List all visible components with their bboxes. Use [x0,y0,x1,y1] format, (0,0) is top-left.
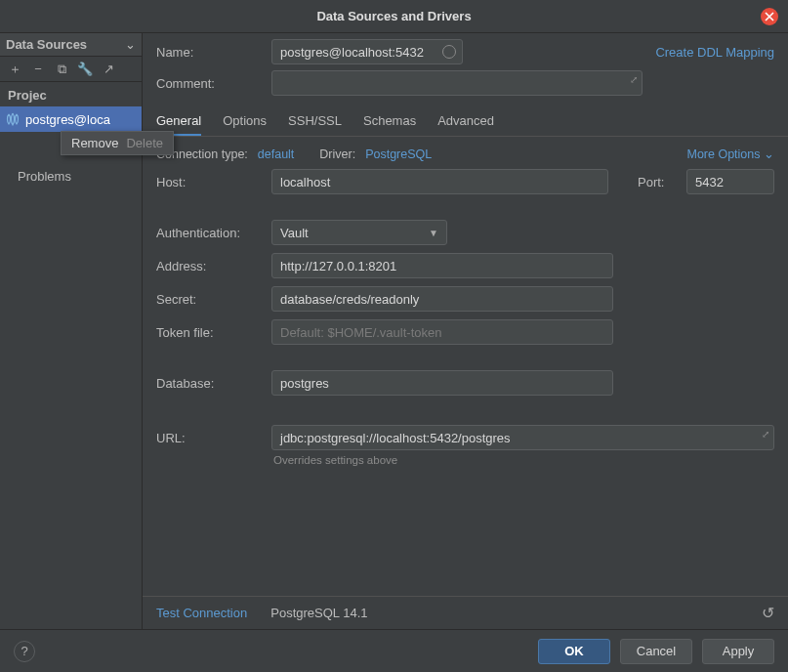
name-row: Name: postgres@localhost:5432 Create DDL… [143,33,788,70]
token-input[interactable]: Default: $HOME/.vault-token [271,319,613,345]
tooltip-shortcut: Delete [126,136,163,150]
more-options-link[interactable]: More Options ⌄ [686,147,774,161]
expand-icon[interactable]: ⤢ [630,74,638,85]
tab-bar: General Options SSH/SSL Schemas Advanced [143,107,788,137]
plus-icon: ＋ [9,61,21,78]
comment-label: Comment: [156,76,262,91]
tooltip-action: Remove [71,136,118,150]
help-button[interactable]: ? [14,641,35,662]
close-button[interactable] [761,8,778,25]
token-label: Token file: [156,325,262,340]
external-icon: ↗ [104,62,114,76]
tab-schemas[interactable]: Schemas [363,113,416,136]
footer: ? OK Cancel Apply [0,629,788,672]
driver-label: Driver: [319,147,355,161]
test-connection-link[interactable]: Test Connection [156,606,247,620]
tab-ssh-ssl[interactable]: SSH/SSL [288,113,342,136]
secret-row: Secret: database/creds/readonly [156,286,774,312]
sidebar-section-project: Projec [0,82,142,106]
auth-select[interactable]: Vault ▼ [271,220,447,245]
settings-button[interactable]: 🔧 [76,61,94,78]
url-help-text: Overrides settings above [156,454,774,466]
name-label: Name: [156,45,262,60]
secret-input[interactable]: database/creds/readonly [271,286,613,312]
chevron-down-icon: ⌄ [764,147,774,161]
driver-version-text: PostgreSQL 14.1 [270,606,367,620]
comment-row: Comment: ⤢ [143,70,788,102]
driver-value[interactable]: PostgreSQL [365,147,432,161]
tab-advanced[interactable]: Advanced [437,113,494,136]
comment-input[interactable]: ⤢ [271,70,643,96]
auth-row: Authentication: Vault ▼ [156,220,774,245]
expand-icon[interactable]: ⤢ [762,429,769,440]
url-input[interactable]: jdbc:postgresql://localhost:5432/postgre… [271,425,774,450]
url-label: URL: [156,431,262,445]
wrench-icon: 🔧 [77,62,93,76]
database-input[interactable]: postgres [271,370,613,396]
cancel-button[interactable]: Cancel [620,639,692,664]
port-input[interactable]: 5432 [686,169,774,194]
url-row: URL: jdbc:postgresql://localhost:5432/po… [156,425,774,450]
open-button[interactable]: ↗ [100,61,117,78]
name-value: postgres@localhost:5432 [280,45,424,60]
apply-button[interactable]: Apply [702,639,774,664]
tab-options[interactable]: Options [223,113,267,136]
create-ddl-mapping-link[interactable]: Create DDL Mapping [655,45,774,60]
database-label: Database: [156,376,262,391]
auth-label: Authentication: [156,226,262,240]
datasource-item[interactable]: postgres@loca [0,106,142,132]
form-area: Host: localhost Port: 5432 Authenticatio… [143,167,788,468]
copy-icon: ⧉ [58,62,66,77]
host-label: Host: [156,175,262,189]
color-circle-icon[interactable] [442,45,456,59]
copy-button[interactable]: ⧉ [53,61,70,78]
port-label: Port: [638,175,677,189]
sidebar-toolbar: ＋ − ⧉ 🔧 ↗ [0,57,142,82]
add-button[interactable]: ＋ [6,61,23,78]
main-panel: Name: postgres@localhost:5432 Create DDL… [143,33,788,629]
datasource-item-label: postgres@loca [25,112,110,127]
tooltip: Remove Delete [61,131,174,155]
window-title: Data Sources and Drivers [316,9,471,23]
name-input[interactable]: postgres@localhost:5432 [271,39,463,64]
address-input[interactable]: http://127.0.0.1:8201 [271,253,613,278]
connection-type-value[interactable]: default [258,147,295,161]
help-icon: ? [21,644,27,658]
close-icon [765,12,774,21]
reset-button[interactable]: ↺ [762,604,774,622]
titlebar: Data Sources and Drivers [0,0,788,33]
database-row: Database: postgres [156,370,774,396]
dialog-body: Data Sources ⌄ ＋ − ⧉ 🔧 ↗ Projec postgres… [0,33,788,629]
host-input[interactable]: localhost [271,169,608,194]
address-row: Address: http://127.0.0.1:8201 [156,253,774,278]
token-row: Token file: Default: $HOME/.vault-token [156,319,774,345]
remove-button[interactable]: − [29,61,47,78]
address-label: Address: [156,259,262,273]
sidebar-item-problems[interactable]: Problems [0,155,142,184]
chevron-down-icon: ⌄ [125,37,136,52]
sidebar-header[interactable]: Data Sources ⌄ [0,33,142,57]
sidebar: Data Sources ⌄ ＋ − ⧉ 🔧 ↗ Projec postgres… [0,33,143,629]
minus-icon: − [34,62,42,76]
sidebar-header-label: Data Sources [6,37,125,52]
connection-subrow: Connection type: default Driver: Postgre… [143,137,788,167]
dialog-window: Data Sources and Drivers Data Sources ⌄ … [0,0,788,672]
status-bar: Test Connection PostgreSQL 14.1 ↺ [143,596,788,629]
secret-label: Secret: [156,292,262,307]
dropdown-icon: ▼ [429,228,438,238]
postgres-icon [6,112,20,126]
ok-button[interactable]: OK [538,639,610,664]
host-row: Host: localhost Port: 5432 [156,169,774,194]
